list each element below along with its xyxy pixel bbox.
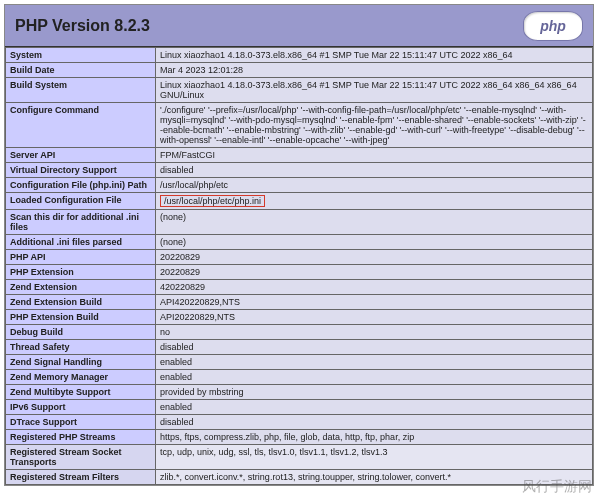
row-label: Zend Multibyte Support [6,385,156,400]
row-value: /usr/local/php/etc [156,178,593,193]
row-label: Build Date [6,63,156,78]
row-label: Scan this dir for additional .ini files [6,210,156,235]
row-label: Additional .ini files parsed [6,235,156,250]
row-label: Thread Safety [6,340,156,355]
row-label: Zend Memory Manager [6,370,156,385]
table-row: PHP API20220829 [6,250,593,265]
php-logo: php [523,11,583,41]
table-row: Zend Multibyte Supportprovided by mbstri… [6,385,593,400]
table-row: Registered PHP Streamshttps, ftps, compr… [6,430,593,445]
table-row: Zend Extension420220829 [6,280,593,295]
row-label: Server API [6,148,156,163]
table-row: Build DateMar 4 2023 12:01:28 [6,63,593,78]
page-title: PHP Version 8.2.3 [15,17,150,35]
row-value: FPM/FastCGI [156,148,593,163]
row-label: Registered Stream Filters [6,470,156,485]
row-value: API20220829,NTS [156,310,593,325]
row-value: 20220829 [156,250,593,265]
row-value: zlib.*, convert.iconv.*, string.rot13, s… [156,470,593,485]
row-label: Zend Signal Handling [6,355,156,370]
row-label: Virtual Directory Support [6,163,156,178]
table-row: Build SystemLinux xiaozhao1 4.18.0-373.e… [6,78,593,103]
row-value: disabled [156,415,593,430]
row-value: enabled [156,370,593,385]
row-label: IPv6 Support [6,400,156,415]
row-value: https, ftps, compress.zlib, php, file, g… [156,430,593,445]
row-value: './configure' '--prefix=/usr/local/php' … [156,103,593,148]
row-value: 420220829 [156,280,593,295]
row-label: Loaded Configuration File [6,193,156,210]
row-value: /usr/local/php/etc/php.ini [156,193,593,210]
row-value: enabled [156,400,593,415]
row-value: disabled [156,340,593,355]
row-label: Configuration File (php.ini) Path [6,178,156,193]
row-value: (none) [156,235,593,250]
row-value: tcp, udp, unix, udg, ssl, tls, tlsv1.0, … [156,445,593,470]
table-row: Configure Command'./configure' '--prefix… [6,103,593,148]
row-value: Linux xiaozhao1 4.18.0-373.el8.x86_64 #1… [156,48,593,63]
row-value: 20220829 [156,265,593,280]
row-value: no [156,325,593,340]
table-row: Configuration File (php.ini) Path/usr/lo… [6,178,593,193]
row-value: API420220829,NTS [156,295,593,310]
header: PHP Version 8.2.3 php [5,5,593,47]
table-row: Zend Extension BuildAPI420220829,NTS [6,295,593,310]
row-label: Zend Extension Build [6,295,156,310]
row-label: Build System [6,78,156,103]
row-label: Debug Build [6,325,156,340]
row-value: (none) [156,210,593,235]
table-row: Zend Memory Managerenabled [6,370,593,385]
row-label: Zend Extension [6,280,156,295]
table-row: Scan this dir for additional .ini files(… [6,210,593,235]
row-label: System [6,48,156,63]
table-row: DTrace Supportdisabled [6,415,593,430]
row-label: Registered PHP Streams [6,430,156,445]
row-label: Configure Command [6,103,156,148]
table-row: SystemLinux xiaozhao1 4.18.0-373.el8.x86… [6,48,593,63]
row-label: PHP API [6,250,156,265]
table-row: Additional .ini files parsed(none) [6,235,593,250]
table-row: Registered Stream Socket Transportstcp, … [6,445,593,470]
row-value: enabled [156,355,593,370]
row-value: disabled [156,163,593,178]
row-value: provided by mbstring [156,385,593,400]
row-label: Registered Stream Socket Transports [6,445,156,470]
table-row: PHP Extension BuildAPI20220829,NTS [6,310,593,325]
row-value: Linux xiaozhao1 4.18.0-373.el8.x86_64 #1… [156,78,593,103]
table-row: Loaded Configuration File/usr/local/php/… [6,193,593,210]
row-label: PHP Extension Build [6,310,156,325]
row-value: Mar 4 2023 12:01:28 [156,63,593,78]
table-row: Server APIFPM/FastCGI [6,148,593,163]
phpinfo-container: PHP Version 8.2.3 php SystemLinux xiaozh… [4,4,594,486]
table-row: Registered Stream Filterszlib.*, convert… [6,470,593,485]
php-logo-text: php [540,18,566,34]
highlighted-value: /usr/local/php/etc/php.ini [160,195,265,207]
table-row: Zend Signal Handlingenabled [6,355,593,370]
table-row: PHP Extension20220829 [6,265,593,280]
table-row: Debug Buildno [6,325,593,340]
table-row: Virtual Directory Supportdisabled [6,163,593,178]
row-label: DTrace Support [6,415,156,430]
row-label: PHP Extension [6,265,156,280]
table-row: IPv6 Supportenabled [6,400,593,415]
table-row: Thread Safetydisabled [6,340,593,355]
phpinfo-table: SystemLinux xiaozhao1 4.18.0-373.el8.x86… [5,47,593,485]
